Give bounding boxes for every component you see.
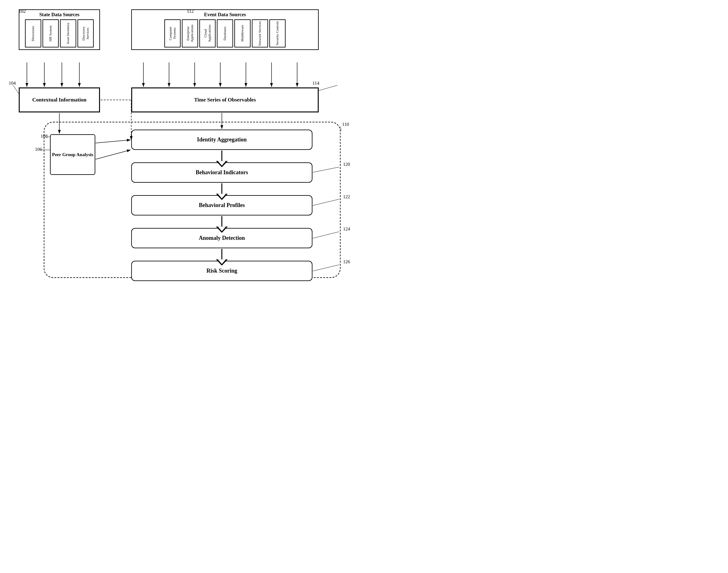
- identity-aggregation-box: Identity Aggregation: [131, 129, 312, 150]
- ref-106: 106: [35, 147, 42, 152]
- sub-box-security: Security Controls: [269, 19, 286, 47]
- sub-box-directories: Directories: [25, 19, 41, 47]
- svg-line-34: [341, 126, 341, 131]
- sub-box-enterprise: Enterprise Applications: [182, 19, 198, 47]
- sub-box-discovery: Discovery Services: [78, 19, 94, 47]
- risk-scoring-box: Risk Scoring: [131, 261, 312, 281]
- behavioral-profiles-label: Behavioral Profiles: [199, 202, 245, 209]
- ref-122: 122: [343, 194, 350, 200]
- sub-box-computer: Computer Systems: [164, 19, 181, 47]
- event-data-sources-box: Event Data Sources Computer Systems Ente…: [131, 9, 319, 50]
- time-series-label: Time Series of Observables: [194, 97, 256, 103]
- sub-box-hr-label: HR System: [48, 25, 52, 41]
- anomaly-detection-label: Anomaly Detection: [199, 235, 245, 242]
- anomaly-detection-box: Anomaly Detection: [131, 228, 312, 248]
- sub-box-computer-label: Computer Systems: [168, 21, 177, 46]
- ref-104: 104: [9, 81, 16, 86]
- sub-box-network-label: Network Services: [258, 21, 262, 46]
- sub-box-cloud-label: Cloud Applications: [203, 21, 211, 46]
- sub-box-databases-label: Databases: [223, 27, 227, 41]
- sub-box-security-label: Security Controls: [275, 21, 279, 45]
- sub-box-discovery-label: Discovery Services: [82, 21, 90, 46]
- identity-aggregation-label: Identity Aggregation: [197, 137, 246, 143]
- sub-box-network: Network Services: [252, 19, 268, 47]
- state-data-sources-box: State Data Sources Directories HR System…: [19, 9, 100, 50]
- sub-box-middleware-label: Middleware: [240, 25, 244, 42]
- ref-110: 110: [342, 122, 349, 127]
- event-data-sources-title: Event Data Sources: [134, 12, 316, 17]
- state-data-sources-title: State Data Sources: [21, 12, 97, 17]
- svg-line-36: [13, 85, 19, 94]
- behavioral-indicators-label: Behavioral Indicators: [196, 169, 248, 176]
- behavioral-indicators-box: Behavioral Indicators: [131, 162, 312, 183]
- svg-line-35: [319, 85, 337, 91]
- ref-124: 124: [343, 226, 350, 232]
- contextual-info-box: Contextual Information: [19, 88, 100, 112]
- ref-120: 120: [343, 162, 350, 167]
- ref-114: 114: [312, 81, 319, 86]
- ref-126: 126: [343, 259, 350, 264]
- sub-box-hr: HR System: [43, 19, 59, 47]
- behavioral-profiles-box: Behavioral Profiles: [131, 195, 312, 215]
- contextual-info-label: Contextual Information: [32, 97, 86, 103]
- sub-box-asset-label: Asset Inventory: [66, 22, 70, 44]
- time-series-box: Time Series of Observables: [131, 88, 319, 112]
- diagram-container: 102 112 104 114 110 108 106 120 122 124 …: [0, 0, 364, 287]
- event-sub-boxes: Computer Systems Enterprise Applications…: [134, 19, 316, 47]
- sub-box-asset: Asset Inventory: [60, 19, 76, 47]
- sub-box-middleware: Middleware: [234, 19, 251, 47]
- peer-group-label: Peer Group Analysis: [52, 152, 93, 157]
- sub-box-enterprise-label: Enterprise Applications: [186, 21, 194, 46]
- risk-scoring-label: Risk Scoring: [206, 268, 237, 274]
- sub-box-directories-label: Directories: [31, 26, 35, 41]
- peer-group-box: Peer Group Analysis: [50, 134, 95, 175]
- sub-box-databases: Databases: [217, 19, 233, 47]
- sub-box-cloud: Cloud Applications: [199, 19, 215, 47]
- state-sub-boxes: Directories HR System Asset Inventory Di…: [21, 19, 97, 47]
